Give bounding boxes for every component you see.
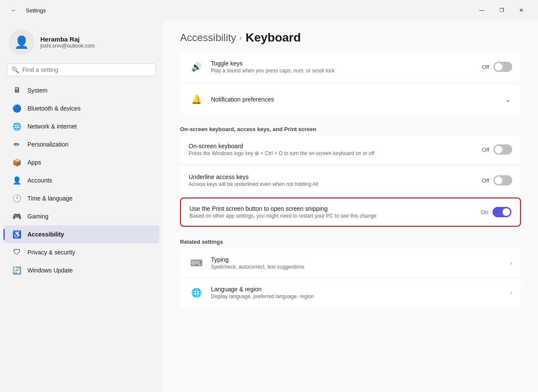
accessibility-icon: ♿	[12, 230, 21, 239]
window-controls: — ❐ ✕	[472, 3, 531, 17]
update-icon: 🔄	[12, 266, 21, 275]
print-screen-card: Use the Print screen button to open scre…	[180, 197, 521, 227]
section1-header: On-screen keyboard, access keys, and Pri…	[180, 117, 521, 136]
underline-access-thumb	[495, 177, 502, 184]
print-screen-text: Use the Print screen button to open scre…	[189, 205, 474, 219]
main-content: Accessibility › Keyboard 🔊 Toggle keys P…	[163, 21, 538, 392]
toggle-keys-control: Off	[482, 62, 512, 72]
sidebar-item-label-bluetooth: Bluetooth & devices	[27, 105, 81, 112]
personalization-icon: ✏	[12, 140, 21, 149]
section1-on-screen-card: On-screen keyboard Press the Windows log…	[180, 136, 521, 163]
sidebar-item-system[interactable]: 🖥System	[3, 81, 159, 99]
sidebar-item-label-system: System	[27, 87, 48, 94]
app-content: 👤 Heramba Raj joshi.srvv@outlook.com 🔍 🖥…	[0, 21, 538, 392]
language-region-chevron-icon: ›	[510, 289, 512, 296]
privacy-icon: 🛡	[12, 248, 21, 257]
gaming-icon: 🎮	[12, 212, 21, 221]
language-region-text: Language & region Display language, pref…	[211, 286, 503, 299]
sidebar-item-bluetooth[interactable]: 🔵Bluetooth & devices	[3, 99, 159, 117]
on-screen-keyboard-status: Off	[482, 147, 489, 153]
sidebar-item-label-accounts: Accounts	[27, 177, 52, 184]
sidebar-item-time[interactable]: 🕐Time & language	[3, 189, 159, 207]
underline-access-title: Underline access keys	[189, 174, 475, 180]
avatar: 👤	[9, 29, 34, 55]
print-screen-toggle[interactable]	[493, 207, 511, 217]
sidebar: 👤 Heramba Raj joshi.srvv@outlook.com 🔍 🖥…	[0, 21, 163, 392]
notification-title: Notification preferences	[211, 96, 496, 103]
sidebar-item-label-personalization: Personalization	[27, 141, 69, 148]
search-box[interactable]: 🔍	[7, 63, 156, 76]
user-name: Heramba Raj	[40, 36, 95, 43]
print-screen-control: On	[481, 207, 511, 217]
toggle-keys-status: Off	[482, 64, 489, 70]
notification-text: Notification preferences	[211, 96, 496, 103]
user-section[interactable]: 👤 Heramba Raj joshi.srvv@outlook.com	[0, 21, 163, 63]
bluetooth-icon: 🔵	[12, 104, 21, 113]
sidebar-item-update[interactable]: 🔄Windows Update	[3, 261, 159, 279]
sidebar-item-accounts[interactable]: 👤Accounts	[3, 171, 159, 189]
sidebar-item-label-network: Network & internet	[27, 123, 77, 130]
print-screen-title: Use the Print screen button to open scre…	[189, 205, 474, 212]
breadcrumb-current: Keyboard	[246, 31, 301, 45]
language-region-icon: 🌐	[189, 285, 204, 300]
typing-row[interactable]: ⌨ Typing Spellcheck, autocorrect, text s…	[180, 248, 521, 278]
sidebar-item-label-gaming: Gaming	[27, 213, 48, 220]
accounts-icon: 👤	[12, 176, 21, 185]
underline-access-toggle[interactable]	[493, 175, 512, 186]
sidebar-item-label-privacy: Privacy & security	[27, 249, 75, 256]
notification-icon: 🔔	[189, 92, 204, 107]
sidebar-item-label-apps: Apps	[27, 159, 41, 166]
toggle-keys-card: 🔊 Toggle keys Play a sound when you pres…	[180, 52, 521, 81]
sidebar-item-label-time: Time & language	[27, 195, 72, 202]
on-screen-keyboard-text: On-screen keyboard Press the Windows log…	[189, 143, 475, 156]
notification-card: 🔔 Notification preferences ⌄	[180, 85, 521, 114]
nav-list: 🖥System🔵Bluetooth & devices🌐Network & in…	[0, 81, 163, 279]
content-area: 🔊 Toggle keys Play a sound when you pres…	[163, 52, 538, 328]
toggle-keys-toggle[interactable]	[493, 62, 512, 72]
time-icon: 🕐	[12, 194, 21, 203]
sidebar-item-privacy[interactable]: 🛡Privacy & security	[3, 243, 159, 261]
underline-access-card: Underline access keys Access keys will b…	[180, 167, 521, 194]
on-screen-keyboard-toggle[interactable]	[493, 144, 512, 155]
sidebar-item-accessibility[interactable]: ♿Accessibility	[3, 225, 159, 243]
user-email: joshi.srvv@outlook.com	[40, 43, 95, 49]
avatar-icon: 👤	[14, 35, 29, 49]
print-screen-status: On	[481, 209, 488, 215]
title-bar: ← Settings — ❐ ✕	[0, 0, 538, 21]
print-screen-thumb	[502, 208, 510, 216]
on-screen-keyboard-thumb	[495, 146, 502, 153]
underline-access-status: Off	[482, 177, 489, 184]
on-screen-keyboard-row: On-screen keyboard Press the Windows log…	[180, 136, 521, 163]
print-screen-subtitle: Based on other app settings, you might n…	[189, 213, 474, 219]
sidebar-item-label-accessibility: Accessibility	[27, 231, 64, 238]
app-title: Settings	[26, 7, 46, 14]
section2-header: Related settings	[180, 230, 521, 248]
notification-expand-button[interactable]: ⌄	[503, 94, 512, 105]
underline-access-row: Underline access keys Access keys will b…	[180, 167, 521, 194]
toggle-keys-title: Toggle keys	[211, 60, 475, 67]
breadcrumb-parent[interactable]: Accessibility	[180, 32, 236, 44]
underline-access-subtitle: Access keys will be underlined even when…	[189, 181, 475, 187]
language-region-row[interactable]: 🌐 Language & region Display language, pr…	[180, 278, 521, 307]
typing-text: Typing Spellcheck, autocorrect, text sug…	[211, 256, 503, 270]
search-input[interactable]	[22, 66, 151, 73]
sidebar-item-apps[interactable]: 📦Apps	[3, 153, 159, 171]
sidebar-item-personalization[interactable]: ✏Personalization	[3, 135, 159, 153]
typing-subtitle: Spellcheck, autocorrect, text suggestion…	[211, 264, 503, 270]
sidebar-item-network[interactable]: 🌐Network & internet	[3, 117, 159, 135]
close-button[interactable]: ✕	[511, 3, 531, 17]
back-button[interactable]: ←	[7, 3, 21, 17]
title-bar-left: ← Settings	[7, 3, 46, 17]
sidebar-item-gaming[interactable]: 🎮Gaming	[3, 207, 159, 225]
notification-row[interactable]: 🔔 Notification preferences ⌄	[180, 85, 521, 114]
print-screen-row: Use the Print screen button to open scre…	[181, 198, 520, 226]
apps-icon: 📦	[12, 158, 21, 167]
minimize-button[interactable]: —	[472, 3, 492, 17]
maximize-button[interactable]: ❐	[492, 3, 511, 17]
breadcrumb: Accessibility › Keyboard	[163, 21, 538, 52]
network-icon: 🌐	[12, 122, 21, 131]
user-info: Heramba Raj joshi.srvv@outlook.com	[40, 36, 95, 49]
system-icon: 🖥	[12, 86, 21, 95]
toggle-keys-subtitle: Play a sound when you press caps, num, o…	[211, 68, 475, 74]
language-region-subtitle: Display language, preferred language, re…	[211, 293, 503, 299]
